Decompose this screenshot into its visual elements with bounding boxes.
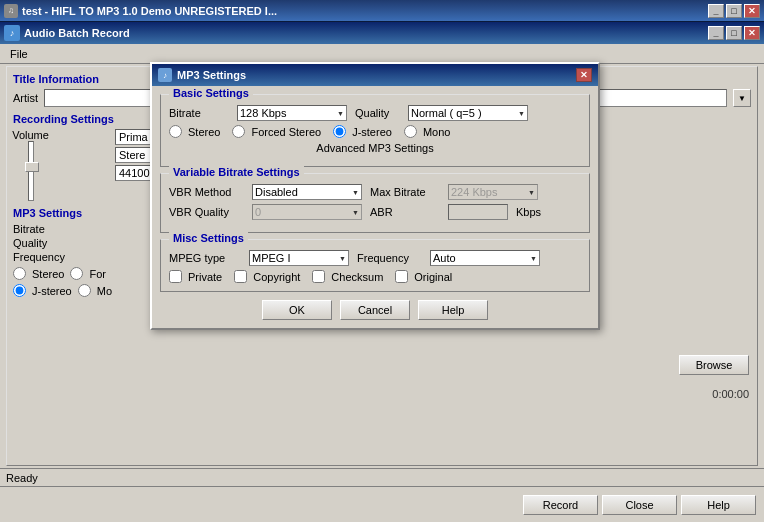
vbr-method-label: VBR Method — [169, 186, 244, 198]
frequency-label: Frequency — [357, 252, 422, 264]
dialog-close-btn[interactable]: ✕ — [576, 68, 592, 82]
forced-stereo-radio[interactable]: Forced Stereo — [232, 125, 321, 138]
dialog-title-text: MP3 Settings — [177, 69, 246, 81]
copyright-label: Copyright — [253, 271, 300, 283]
frequency-select[interactable]: Auto 44100 22050 11025 — [430, 250, 540, 266]
vbr-settings-label: Variable Bitrate Settings — [169, 166, 304, 178]
advanced-mp3-label: Advanced MP3 Settings — [169, 142, 581, 154]
j-stereo-label: J-stereo — [352, 126, 392, 138]
checksum-checkbox[interactable] — [312, 270, 325, 283]
mono-label: Mono — [423, 126, 451, 138]
vbr-quality-label: VBR Quality — [169, 206, 244, 218]
misc-settings-label: Misc Settings — [169, 232, 248, 244]
stereo-radio[interactable]: Stereo — [169, 125, 220, 138]
bitrate-select[interactable]: 128 Kbps 64 Kbps 96 Kbps 192 Kbps 256 Kb… — [237, 105, 347, 121]
forced-stereo-label: Forced Stereo — [251, 126, 321, 138]
vbr-method-select[interactable]: Disabled VBR-Old VBR-New ABR — [252, 184, 362, 200]
private-checkbox[interactable] — [169, 270, 182, 283]
bitrate-label: Bitrate — [169, 107, 229, 119]
vbr-settings-group: Variable Bitrate Settings VBR Method Dis… — [160, 173, 590, 233]
original-label: Original — [414, 271, 452, 283]
checksum-checkbox-label[interactable]: Checksum — [312, 270, 383, 283]
abr-label: ABR — [370, 206, 440, 218]
dialog-overlay: ♪ MP3 Settings ✕ Basic Settings Bitrate … — [0, 22, 764, 522]
dialog-icon: ♪ — [158, 68, 172, 82]
mpeg-type-label: MPEG type — [169, 252, 241, 264]
private-label: Private — [188, 271, 222, 283]
window-close-btn[interactable]: ✕ — [744, 4, 760, 18]
mp3-settings-dialog: ♪ MP3 Settings ✕ Basic Settings Bitrate … — [150, 62, 600, 330]
private-checkbox-label[interactable]: Private — [169, 270, 222, 283]
copyright-checkbox[interactable] — [234, 270, 247, 283]
checksum-label: Checksum — [331, 271, 383, 283]
minimize-btn[interactable]: _ — [708, 4, 724, 18]
stereo-label: Stereo — [188, 126, 220, 138]
vbr-quality-select[interactable]: 0 — [252, 204, 362, 220]
copyright-checkbox-label[interactable]: Copyright — [234, 270, 300, 283]
misc-settings-group: Misc Settings MPEG type MPEG I MPEG II F… — [160, 239, 590, 292]
abr-input[interactable]: 128 — [448, 204, 508, 220]
max-bitrate-select[interactable]: 224 Kbps — [448, 184, 538, 200]
dialog-help-btn[interactable]: Help — [418, 300, 488, 320]
basic-settings-group: Basic Settings Bitrate 128 Kbps 64 Kbps … — [160, 94, 590, 167]
kbps-label: Kbps — [516, 206, 541, 218]
dialog-cancel-btn[interactable]: Cancel — [340, 300, 410, 320]
quality-label: Quality — [355, 107, 400, 119]
maximize-btn[interactable]: □ — [726, 4, 742, 18]
j-stereo-radio[interactable]: J-stereo — [333, 125, 392, 138]
mono-radio[interactable]: Mono — [404, 125, 451, 138]
quality-select[interactable]: Normal ( q=5 ) High Low — [408, 105, 528, 121]
max-bitrate-label: Max Bitrate — [370, 186, 440, 198]
dialog-ok-btn[interactable]: OK — [262, 300, 332, 320]
taskbar-title: test - HIFL TO MP3 1.0 Demo UNREGISTERED… — [22, 5, 277, 17]
original-checkbox-label[interactable]: Original — [395, 270, 452, 283]
basic-settings-label: Basic Settings — [169, 87, 253, 99]
mpeg-type-select[interactable]: MPEG I MPEG II — [249, 250, 349, 266]
original-checkbox[interactable] — [395, 270, 408, 283]
